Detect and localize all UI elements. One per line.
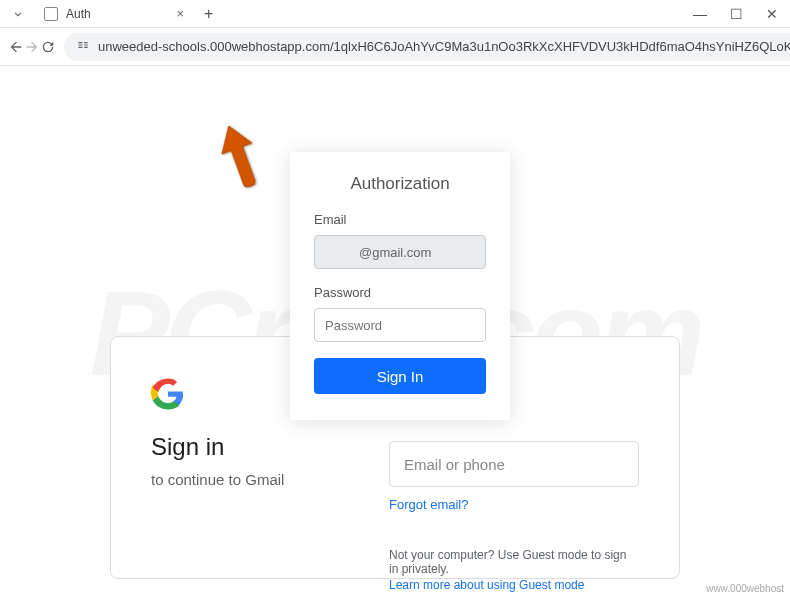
address-bar[interactable]: unweeded-schools.000webhostapp.com/1qlxH… bbox=[64, 33, 790, 61]
minimize-button[interactable]: — bbox=[682, 0, 718, 28]
email-label: Email bbox=[314, 212, 486, 227]
google-logo-icon bbox=[151, 377, 185, 411]
password-input[interactable] bbox=[314, 308, 486, 342]
google-email-placeholder: Email or phone bbox=[404, 456, 505, 473]
url-text: unweeded-schools.000webhostapp.com/1qlxH… bbox=[98, 39, 790, 54]
guest-mode-note: Not your computer? Use Guest mode to sig… bbox=[389, 548, 639, 592]
tab-close-icon[interactable]: × bbox=[176, 6, 184, 21]
close-window-button[interactable]: ✕ bbox=[754, 0, 790, 28]
browser-toolbar: unweeded-schools.000webhostapp.com/1qlxH… bbox=[0, 28, 790, 66]
back-button[interactable] bbox=[8, 33, 24, 61]
email-input[interactable] bbox=[314, 235, 486, 269]
guest-note-text: Not your computer? Use Guest mode to sig… bbox=[389, 548, 626, 576]
footer-host-tag: www.000webhost bbox=[706, 583, 784, 594]
maximize-button[interactable]: ☐ bbox=[718, 0, 754, 28]
window-titlebar: Auth × + — ☐ ✕ bbox=[0, 0, 790, 28]
window-controls: — ☐ ✕ bbox=[682, 0, 790, 28]
password-label: Password bbox=[314, 285, 486, 300]
signin-button[interactable]: Sign In bbox=[314, 358, 486, 394]
page-content: PCrisk.com Sign in to continue to Gmail … bbox=[0, 66, 790, 600]
auth-title: Authorization bbox=[314, 174, 486, 194]
guest-mode-link[interactable]: Learn more about using Guest mode bbox=[389, 578, 639, 592]
tab-strip: Auth × + bbox=[0, 0, 213, 27]
browser-tab[interactable]: Auth × bbox=[34, 1, 194, 27]
reload-button[interactable] bbox=[40, 33, 56, 61]
search-tabs-button[interactable] bbox=[8, 4, 28, 24]
new-tab-button[interactable]: + bbox=[204, 5, 213, 23]
tab-title: Auth bbox=[66, 7, 168, 21]
annotation-arrow-icon bbox=[218, 122, 262, 192]
forward-button[interactable] bbox=[24, 33, 40, 61]
authorization-modal: Authorization Email Password Sign In bbox=[290, 152, 510, 420]
forgot-email-link[interactable]: Forgot email? bbox=[389, 497, 639, 512]
tab-favicon bbox=[44, 7, 58, 21]
google-email-input[interactable]: Email or phone bbox=[389, 441, 639, 487]
site-settings-icon[interactable] bbox=[76, 38, 90, 55]
